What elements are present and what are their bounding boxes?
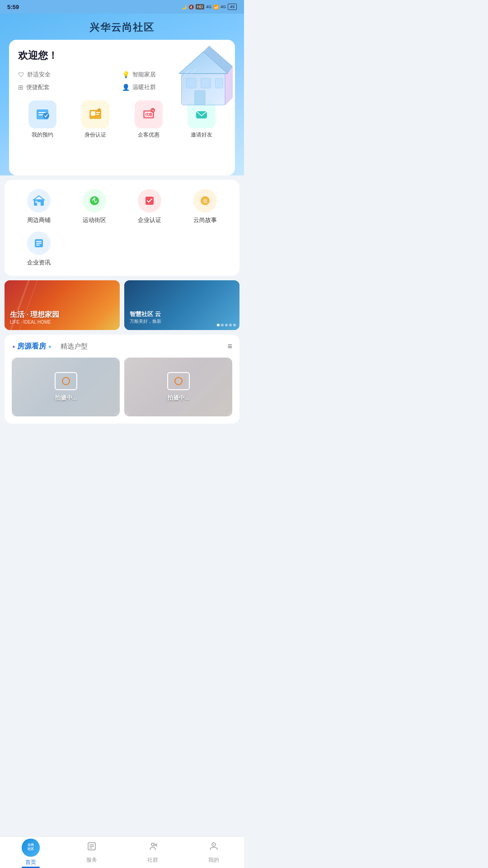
status-time: 5:59 [7, 4, 19, 10]
property-tabs: 房源看房 精选户型 [12, 342, 88, 351]
banner-smart-title: 智慧社区 云 [130, 310, 161, 318]
dot-5 [233, 324, 236, 326]
svg-rect-5 [201, 78, 211, 88]
action-discount[interactable]: 优惠 % 企客优惠 [124, 100, 173, 139]
reservation-label: 我的预约 [32, 131, 53, 139]
reservation-icon-wrap [28, 100, 56, 128]
property-card-1[interactable]: 拍摄中... [12, 358, 120, 416]
tab-floor-plan[interactable]: 精选户型 [61, 342, 88, 351]
house-3d-illustration [169, 42, 235, 110]
svg-rect-6 [216, 78, 223, 88]
svg-point-13 [43, 113, 49, 119]
enterprise-news-label: 企业资讯 [27, 259, 51, 267]
banner-home-text: 生活 · 理想家园 LIFE · IDEAL HOME [10, 310, 59, 325]
shooting-label-1: 拍摄中... [55, 394, 77, 402]
svg-rect-36 [36, 245, 40, 245]
svg-rect-26 [37, 202, 41, 206]
stories-label: 云尚故事 [193, 216, 217, 224]
banner-smart-desc: 万般美好，焕新 [130, 318, 161, 325]
property-placeholder-2: 拍摄中... [124, 358, 232, 416]
sports-icon [83, 189, 106, 212]
light-icon: 💡 [122, 71, 130, 78]
nearby-shops-label: 周边商铺 [27, 216, 51, 224]
svg-rect-17 [96, 114, 99, 115]
svg-rect-35 [36, 243, 42, 244]
banner-smart-text: 智慧社区 云 万般美好，焕新 [130, 310, 161, 325]
signal-bars-icon: 📶 [213, 5, 219, 9]
dot-3 [225, 324, 228, 326]
people-icon: 👤 [122, 84, 130, 91]
banner-home[interactable]: 生活 · 理想家园 LIFE · IDEAL HOME [5, 280, 120, 330]
app-title: 兴华云尚社区 [9, 21, 235, 34]
dot-1 [217, 324, 220, 326]
banner-smart[interactable]: 智慧社区 云 万般美好，焕新 [124, 280, 239, 330]
menu-section: 周边商铺 运动街区 [5, 180, 239, 276]
shooting-label-2: 拍摄中... [167, 394, 190, 402]
svg-text:优惠: 优惠 [145, 113, 153, 117]
discount-icon-wrap: 优惠 % [135, 100, 163, 128]
feature-convenient-label: 便捷配套 [26, 83, 50, 91]
camera-frame-2 [167, 372, 190, 390]
battery-icon: 49 [228, 4, 237, 10]
discount-label: 企客优惠 [138, 131, 160, 139]
menu-grid: 周边商铺 运动街区 [14, 189, 230, 267]
feature-comfort-label: 舒适安全 [27, 71, 51, 79]
banner-home-en: LIFE · IDEAL HOME [10, 320, 59, 325]
hero-section: 兴华云尚社区 欢迎您！ [0, 14, 244, 175]
property-grid: 拍摄中... 拍摄中... [12, 358, 232, 416]
banner-section: 生活 · 理想家园 LIFE · IDEAL HOME 智慧社区 云 万般美好，… [5, 280, 239, 330]
camera-frame-1 [55, 372, 77, 390]
menu-sports[interactable]: 运动街区 [69, 189, 120, 224]
welcome-card: 欢迎您！ [9, 40, 235, 175]
svg-rect-4 [187, 78, 196, 88]
property-card-2[interactable]: 拍摄中... [124, 358, 232, 416]
svg-rect-15 [91, 111, 95, 116]
menu-enterprise-news[interactable]: 企业资讯 [14, 231, 65, 267]
grid-icon: ⊞ [18, 84, 23, 91]
menu-stories[interactable]: 云 云尚故事 [180, 189, 231, 224]
svg-text:云: 云 [203, 198, 207, 203]
camera-dot-2 [174, 377, 183, 385]
filter-icon[interactable]: ≡ [227, 342, 232, 351]
enterprise-cert-label: 企业认证 [138, 216, 161, 224]
feature-convenient: ⊞ 便捷配套 [18, 83, 122, 91]
shield-icon: 🛡 [18, 71, 24, 78]
nearby-shops-icon [27, 189, 51, 212]
sports-label: 运动街区 [83, 216, 106, 224]
property-section: 房源看房 精选户型 ≡ 拍摄中... [5, 335, 239, 424]
signal-4g-icon: 4G [206, 5, 211, 9]
svg-rect-7 [195, 90, 206, 105]
signal-4g-2-icon: 4G [221, 5, 226, 9]
tab-house-viewing[interactable]: 房源看房 [12, 342, 52, 351]
svg-point-29 [94, 198, 95, 199]
enterprise-news-icon [27, 231, 51, 255]
banner-dots [217, 324, 236, 326]
feature-comfort: 🛡 舒适安全 [18, 71, 122, 79]
moon-icon: 🌙 [181, 5, 187, 9]
status-bar: 5:59 🌙 🔇 HD 4G 📶 4G 49 [0, 0, 244, 14]
banner-home-cn: 生活 · 理想家园 [10, 310, 59, 320]
identity-icon-wrap [81, 100, 109, 128]
hd-icon: HD [196, 4, 204, 9]
feature-smart-label: 智能家居 [132, 71, 156, 79]
menu-nearby-shops[interactable]: 周边商铺 [14, 189, 65, 224]
identity-label: 身份认证 [84, 131, 106, 139]
stories-icon: 云 [193, 189, 217, 212]
svg-rect-16 [96, 112, 100, 113]
property-placeholder-1: 拍摄中... [12, 358, 120, 416]
mute-icon: 🔇 [188, 5, 194, 9]
enterprise-cert-icon [138, 189, 161, 212]
dot-2 [221, 324, 224, 326]
dot-4 [229, 324, 232, 326]
svg-rect-27 [35, 201, 38, 203]
svg-text:%: % [151, 109, 154, 112]
status-icons: 🌙 🔇 HD 4G 📶 4G 49 [181, 4, 237, 10]
feature-community-label: 温暖社群 [132, 83, 156, 91]
property-header: 房源看房 精选户型 ≡ [12, 342, 232, 351]
svg-rect-34 [36, 241, 42, 242]
action-identity[interactable]: 身份认证 [71, 100, 120, 139]
action-reservation[interactable]: 我的预约 [18, 100, 67, 139]
camera-dot-1 [62, 377, 70, 385]
menu-enterprise-cert[interactable]: 企业认证 [124, 189, 175, 224]
invite-label: 邀请好友 [191, 131, 212, 139]
